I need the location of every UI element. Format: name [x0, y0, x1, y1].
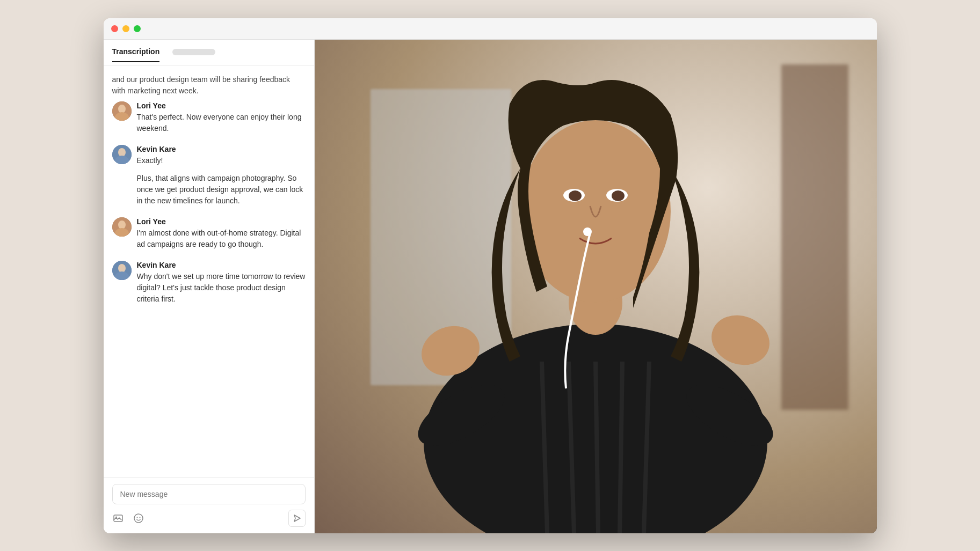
- svg-point-16: [139, 517, 140, 518]
- list-item: Kevin Kare Why don't we set up more time…: [112, 261, 306, 305]
- message-text: Why don't we set up more time tomorrow t…: [137, 271, 306, 305]
- truncated-message: and our product design team will be shar…: [112, 74, 306, 101]
- message-text: Exactly!: [137, 155, 306, 166]
- svg-point-10: [118, 264, 126, 273]
- svg-point-28: [583, 227, 592, 236]
- messages-area[interactable]: and our product design team will be shar…: [104, 65, 314, 477]
- svg-point-4: [118, 148, 126, 157]
- main-content: Transcription and our product design tea…: [104, 40, 877, 533]
- input-actions: [112, 510, 306, 527]
- message-content: Lori Yee I'm almost done with out-of-hom…: [137, 217, 306, 250]
- message-text-continuation: Plus, that aligns with campaign photogra…: [137, 173, 306, 207]
- video-person: [315, 40, 877, 533]
- main-window: Transcription and our product design tea…: [104, 18, 877, 533]
- tab-transcription[interactable]: Transcription: [112, 42, 160, 62]
- list-item: Lori Yee I'm almost done with out-of-hom…: [112, 217, 306, 250]
- video-panel: [315, 40, 877, 533]
- message-sender: Lori Yee: [137, 217, 306, 226]
- message-content: Kevin Kare Exactly! Plus, that aligns wi…: [137, 145, 306, 207]
- message-content: Lori Yee That's perfect. Now everyone ca…: [137, 101, 306, 134]
- message-content: Kevin Kare Why don't we set up more time…: [137, 261, 306, 305]
- message-text: I'm almost done with out-of-home strateg…: [137, 227, 306, 250]
- input-area: [104, 477, 314, 533]
- tab-secondary[interactable]: [172, 49, 215, 55]
- message-sender: Kevin Kare: [137, 145, 306, 153]
- svg-point-15: [136, 517, 137, 518]
- list-item: Kevin Kare Exactly! Plus, that aligns wi…: [112, 145, 306, 207]
- avatar: [112, 101, 132, 121]
- svg-point-26: [569, 190, 582, 201]
- svg-point-14: [134, 514, 143, 523]
- message-text: That's perfect. Now everyone can enjoy t…: [137, 112, 306, 134]
- input-icons: [112, 512, 144, 524]
- minimize-button[interactable]: [122, 25, 129, 32]
- list-item: Lori Yee That's perfect. Now everyone ca…: [112, 101, 306, 134]
- message-sender: Kevin Kare: [137, 261, 306, 269]
- message-input[interactable]: [112, 484, 306, 504]
- left-panel: Transcription and our product design tea…: [104, 40, 315, 533]
- message-sender: Lori Yee: [137, 101, 306, 110]
- image-icon[interactable]: [112, 512, 124, 524]
- maximize-button[interactable]: [134, 25, 141, 32]
- avatar: [112, 145, 132, 164]
- svg-point-1: [118, 105, 126, 113]
- title-bar: [104, 18, 877, 40]
- send-button[interactable]: [288, 510, 306, 527]
- close-button[interactable]: [111, 25, 118, 32]
- traffic-lights: [111, 25, 141, 32]
- emoji-icon[interactable]: [133, 512, 144, 524]
- svg-point-27: [612, 190, 625, 201]
- avatar: [112, 217, 132, 237]
- avatar: [112, 261, 132, 280]
- tab-bar: Transcription: [104, 40, 314, 65]
- svg-point-7: [118, 221, 126, 229]
